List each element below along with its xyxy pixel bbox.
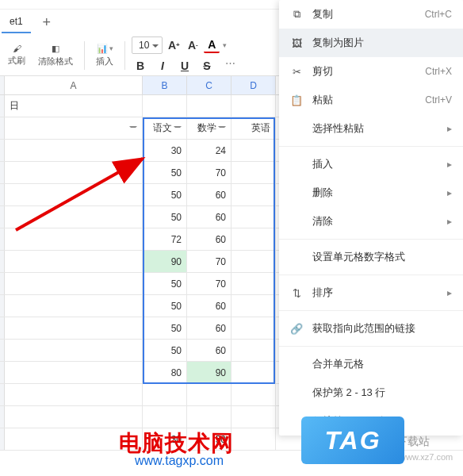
menu-get-link[interactable]: 🔗 获取指向此范围的链接 bbox=[279, 314, 463, 343]
menu-copy[interactable]: ⧉ 复制 Ctrl+C bbox=[279, 0, 463, 29]
filter-cell[interactable]: 日 bbox=[5, 95, 143, 117]
watermark-url: www.tagxp.com bbox=[135, 454, 224, 468]
font-size-select[interactable]: 10 bbox=[132, 36, 163, 54]
cell[interactable]: 80 bbox=[143, 362, 187, 383]
col-header-b[interactable]: B bbox=[143, 76, 187, 94]
cell[interactable]: 60 bbox=[187, 228, 232, 250]
sort-icon: ⇅ bbox=[290, 287, 303, 299]
chevron-right-icon: ▸ bbox=[447, 123, 452, 134]
sheet-tab-1[interactable]: et1 bbox=[2, 11, 31, 33]
cell[interactable]: 60 bbox=[187, 340, 232, 361]
cell[interactable]: 50 bbox=[143, 206, 187, 228]
context-menu: ⧉ 复制 Ctrl+C 🖼 复制为图片 ✂ 剪切 Ctrl+X 📋 粘贴 Ctr… bbox=[279, 0, 463, 436]
cell[interactable]: 60 bbox=[187, 295, 232, 317]
cell[interactable]: 24 bbox=[187, 140, 232, 161]
filter-icon[interactable] bbox=[129, 126, 137, 134]
watermark-dl-url: www.xz7.com bbox=[400, 452, 453, 462]
menu-paste[interactable]: 📋 粘贴 Ctrl+V bbox=[279, 86, 463, 114]
cell[interactable] bbox=[232, 251, 276, 272]
cell[interactable] bbox=[232, 362, 276, 383]
col-header-c[interactable]: C bbox=[187, 76, 232, 94]
cell[interactable]: 50 bbox=[143, 162, 187, 183]
underline-button[interactable]: U bbox=[176, 57, 193, 75]
insert-icon: 📊 bbox=[97, 44, 108, 54]
menu-clear[interactable]: 清除 ▸ bbox=[279, 207, 463, 236]
cell[interactable]: 60 bbox=[187, 184, 232, 205]
table-header-b[interactable]: 语文 bbox=[143, 117, 187, 139]
cell[interactable]: 30 bbox=[143, 140, 187, 161]
clipboard-icon: 📋 bbox=[290, 94, 303, 106]
cell[interactable] bbox=[232, 206, 276, 228]
cell[interactable]: 70 bbox=[187, 162, 232, 183]
menu-sort[interactable]: ⇅ 排序 ▸ bbox=[279, 278, 463, 307]
cell[interactable]: 70 bbox=[187, 273, 232, 294]
chevron-right-icon: ▸ bbox=[447, 187, 452, 198]
chevron-right-icon: ▸ bbox=[447, 216, 452, 227]
cell[interactable]: 90 bbox=[143, 251, 187, 272]
cell[interactable]: 50 bbox=[143, 273, 187, 294]
cell[interactable] bbox=[232, 184, 276, 205]
cell[interactable]: 90 bbox=[187, 362, 232, 383]
menu-copy-as-image[interactable]: 🖼 复制为图片 bbox=[279, 29, 463, 57]
cell[interactable] bbox=[232, 317, 276, 339]
decrease-font-button[interactable]: A- bbox=[185, 37, 201, 53]
cell[interactable] bbox=[232, 295, 276, 317]
cell[interactable] bbox=[232, 340, 276, 361]
watermark-tag-badge: TAG bbox=[301, 416, 404, 464]
font-color-button[interactable]: A bbox=[204, 37, 220, 53]
table-header-c[interactable]: 数学 bbox=[187, 117, 232, 139]
cell[interactable]: 70 bbox=[187, 251, 232, 272]
col-header-a[interactable]: A bbox=[5, 76, 143, 94]
menu-delete[interactable]: 删除 ▸ bbox=[279, 178, 463, 207]
filter-icon[interactable] bbox=[218, 126, 226, 134]
cell[interactable]: 50 bbox=[143, 340, 187, 361]
cell[interactable]: 72 bbox=[143, 228, 187, 250]
cell[interactable]: 50 bbox=[143, 317, 187, 339]
menu-paste-special[interactable]: 选择性粘贴 ▸ bbox=[279, 114, 463, 143]
image-icon: 🖼 bbox=[290, 37, 303, 49]
cell[interactable] bbox=[232, 162, 276, 183]
menu-insert[interactable]: 插入 ▸ bbox=[279, 150, 463, 178]
chevron-right-icon: ▸ bbox=[447, 287, 452, 298]
menu-protect-rows[interactable]: 保护第 2 - 13 行 bbox=[279, 378, 463, 407]
scissors-icon: ✂ bbox=[290, 66, 303, 78]
cell[interactable] bbox=[232, 273, 276, 294]
cell[interactable]: 50 bbox=[143, 184, 187, 205]
add-sheet-button[interactable]: + bbox=[37, 13, 56, 32]
cell[interactable]: 60 bbox=[187, 206, 232, 228]
clear-format-button[interactable]: ◧ 清除格式 bbox=[33, 42, 78, 69]
strike-button[interactable]: S bbox=[198, 57, 216, 75]
eraser-icon: ◧ bbox=[52, 44, 59, 54]
format-brush-button[interactable]: 🖌 式刷 bbox=[3, 42, 30, 68]
cell[interactable]: 60 bbox=[187, 317, 232, 339]
link-icon: 🔗 bbox=[290, 323, 303, 335]
brush-icon: 🖌 bbox=[13, 44, 21, 53]
insert-button[interactable]: 📊▾ 插入 bbox=[91, 42, 118, 69]
bold-button[interactable]: B bbox=[132, 57, 149, 75]
cell[interactable] bbox=[232, 140, 276, 161]
increase-font-button[interactable]: A+ bbox=[166, 37, 182, 53]
col-header-d[interactable]: D bbox=[232, 76, 276, 94]
menu-merge-cells[interactable]: 合并单元格 bbox=[279, 350, 463, 378]
filter-icon[interactable] bbox=[174, 126, 182, 134]
copy-icon: ⧉ bbox=[290, 8, 303, 21]
italic-button[interactable]: I bbox=[154, 57, 171, 75]
chevron-right-icon: ▸ bbox=[447, 159, 452, 170]
cell[interactable] bbox=[232, 228, 276, 250]
menu-cut[interactable]: ✂ 剪切 Ctrl+X bbox=[279, 57, 463, 86]
table-header-d[interactable]: 英语 bbox=[232, 117, 276, 139]
cell[interactable]: 50 bbox=[143, 295, 187, 317]
menu-number-format[interactable]: 设置单元格数字格式 bbox=[279, 243, 463, 271]
